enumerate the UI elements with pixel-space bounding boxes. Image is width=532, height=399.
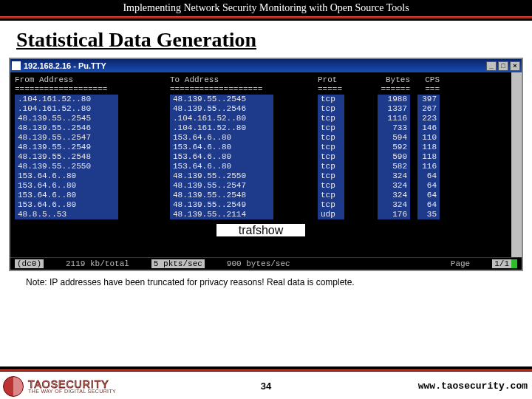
table-row: 153.64.6..8048.139.55..2550tcp32464 [15,171,507,181]
status-pkts: 5 pkts/sec [151,259,205,268]
logo: TAOSECURITY THE WAY OF DIGITAL SECURITY [0,376,116,397]
table-row: 48.139.55..2550153.64.6..80tcp582116 [15,162,507,171]
close-icon[interactable]: × [510,61,520,71]
terminal[interactable]: From Address To Address Prot Bytes CPS =… [10,72,511,257]
table-header: From Address To Address Prot Bytes CPS [15,75,507,85]
table-row: .104.161.52..8048.139.55..2546tcp1337267 [15,104,507,114]
table-row: 153.64.6..8048.139.55..2548tcp32464 [15,191,507,200]
status-page-value: 1/1 [492,259,511,268]
status-rate: 2119 kb/total [66,259,129,268]
table-divider: =================== =================== … [15,85,507,95]
status-bps: 900 bytes/sec [227,259,290,268]
status-bar: (dc0) 2119 kb/total 5 pkts/sec 900 bytes… [10,257,522,270]
presentation-header: Implementing Network Security Monitoring… [0,0,532,16]
table-row: 48.139.55..2546.104.161.52..80tcp733146 [15,123,507,133]
minimize-icon[interactable]: _ [486,61,497,71]
table-row: 48.8.5..5348.139.55..2114udp17635 [15,210,507,219]
tool-caption: trafshow [216,224,305,236]
table-row: 153.64.6..8048.139.55..2547tcp32464 [15,181,507,191]
window-title: 192.168.2.16 - Pu.TTY [24,61,106,70]
page-number: 34 [261,381,271,392]
window-titlebar[interactable]: 192.168.2.16 - Pu.TTY _ □ × [10,59,522,72]
maximize-icon[interactable]: □ [498,61,508,71]
status-iface: (dc0) [15,259,44,268]
scrollbar[interactable] [511,72,522,257]
logo-tagline: THE WAY OF DIGITAL SECURITY [28,389,116,394]
table-row: .104.161.52..8048.139.55..2545tcp1988397 [15,95,507,104]
slide-footer: TAOSECURITY THE WAY OF DIGITAL SECURITY … [0,366,532,399]
slide-note: Note: IP addresses have been truncated f… [0,271,532,290]
table-row: 48.139.55..2545.104.161.52..80tcp1116223 [15,114,507,123]
status-indicator-icon [511,259,517,268]
yinyang-icon [3,376,24,397]
slide-title: Statistical Data Generation [0,21,532,56]
table-row: 48.139.55..2548153.64.6..80tcp590118 [15,152,507,162]
table-row: 153.64.6..8048.139.55..2549tcp32464 [15,200,507,210]
putty-window: 192.168.2.16 - Pu.TTY _ □ × From Address… [9,58,523,271]
footer-url: www.taosecurity.com [418,381,532,392]
table-row: 48.139.55..2547153.64.6..80tcp594110 [15,133,507,143]
putty-icon [12,61,21,70]
table-row: 48.139.55..2549153.64.6..80tcp592118 [15,143,507,152]
status-page-label: Page [451,259,470,268]
table-body: .104.161.52..8048.139.55..2545tcp1988397… [15,95,507,219]
